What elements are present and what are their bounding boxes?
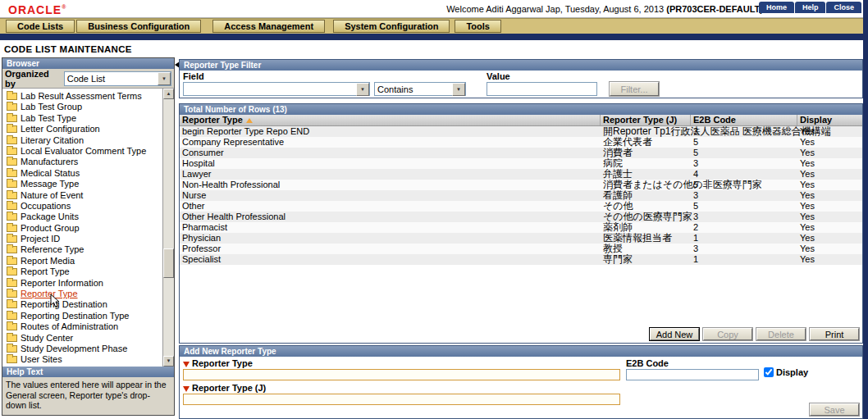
browser-panel-header: Browser bbox=[2, 58, 174, 69]
tree-item-reporting-destination-type[interactable]: Reporting Destination Type bbox=[2, 311, 162, 321]
column-header-reporter-type-j[interactable]: Reporter Type (J) bbox=[601, 115, 691, 125]
folder-icon bbox=[7, 225, 17, 232]
filter-value-input[interactable] bbox=[487, 82, 597, 96]
tree-item-lab-result-assessment-terms[interactable]: Lab Result Assessment Terms bbox=[2, 91, 162, 102]
tree-item-routes-of-administration[interactable]: Routes of Administration bbox=[2, 321, 162, 332]
menu-tools[interactable]: Tools bbox=[455, 20, 501, 33]
cell-e2b-code: 3 bbox=[691, 126, 797, 137]
folder-icon bbox=[7, 93, 17, 100]
organized-by-select[interactable]: Code List ▼ bbox=[64, 71, 171, 86]
value-label: Value bbox=[487, 71, 510, 81]
dropdown-arrow-icon: ▼ bbox=[158, 72, 171, 85]
folder-icon bbox=[7, 335, 17, 342]
cell-reporter-type: Other bbox=[180, 201, 601, 212]
scrollbar-thumb[interactable] bbox=[163, 248, 174, 278]
table-row[interactable]: begin Reporter Type Repo END 開Reporter T… bbox=[180, 126, 862, 137]
tree-item-manufacturers[interactable]: Manufacturers bbox=[2, 157, 162, 167]
cell-reporter-type: Other Health Professional bbox=[180, 212, 601, 222]
table-row[interactable]: Physician 医薬情報担当者 1 Yes bbox=[180, 233, 862, 244]
table-empty-area bbox=[180, 265, 862, 326]
operator-select[interactable]: Contains ▼ bbox=[374, 82, 466, 96]
tree-item-report-type[interactable]: Report Type bbox=[2, 266, 162, 277]
scroll-up-arrow-icon[interactable]: ▲ bbox=[163, 89, 174, 99]
field-label: Field bbox=[183, 71, 204, 81]
main-panel: Reporter Type Filter Field Value ▼ Conta… bbox=[179, 59, 863, 419]
column-header-display[interactable]: Display bbox=[797, 115, 862, 125]
tree-item-medical-status[interactable]: Medical Status bbox=[2, 168, 162, 179]
tree-items: Lab Result Assessment Terms Lab Test Gro… bbox=[2, 89, 162, 367]
table-rows: begin Reporter Type Repo END 開Reporter T… bbox=[180, 126, 862, 265]
filter-body: Field Value ▼ Contains ▼ Filter... bbox=[180, 71, 862, 98]
menu-access-management[interactable]: Access Management bbox=[212, 20, 325, 33]
save-button: Save bbox=[810, 403, 859, 416]
close-button[interactable]: Close bbox=[826, 2, 861, 13]
table-row[interactable]: Pharmacist 薬剤師 2 Yes bbox=[180, 222, 862, 233]
tree-item-reference-type[interactable]: Reference Type bbox=[2, 244, 162, 255]
tree-item-package-units[interactable]: Package Units bbox=[2, 212, 162, 222]
folder-icon bbox=[7, 180, 17, 188]
scroll-down-arrow-icon[interactable]: ▼ bbox=[163, 356, 174, 367]
reporter-type-label: Reporter Type bbox=[192, 358, 253, 368]
print-button[interactable]: Print bbox=[810, 328, 859, 340]
browser-panel: Browser Organized by Code List ▼ Lab Res… bbox=[2, 57, 175, 416]
delete-button: Delete bbox=[756, 328, 806, 340]
column-header-e2b-code[interactable]: E2B Code bbox=[691, 115, 797, 125]
code-list-tree: Lab Result Assessment Terms Lab Test Gro… bbox=[2, 89, 174, 367]
cell-reporter-type-j: 専門家 bbox=[601, 254, 691, 265]
table-row[interactable]: Other Health Professional その他の医療専門家 3 Ye… bbox=[180, 212, 862, 222]
cell-display: Yes bbox=[797, 233, 862, 244]
menu-system-configuration[interactable]: System Configuration bbox=[333, 20, 450, 33]
e2b-code-input[interactable] bbox=[626, 369, 759, 380]
display-checkbox[interactable] bbox=[764, 367, 774, 377]
folder-icon bbox=[7, 290, 17, 298]
dropdown-arrow-icon: ▼ bbox=[452, 83, 465, 96]
folder-icon bbox=[7, 235, 17, 243]
add-new-reporter-type-section: Add New Reporter Type Reporter Type E2B … bbox=[179, 345, 863, 419]
tree-item-letter-configuration[interactable]: Letter Configuration bbox=[2, 124, 162, 134]
tree-item-report-media[interactable]: Report Media bbox=[2, 256, 162, 266]
tree-item-study-center[interactable]: Study Center bbox=[2, 333, 162, 344]
field-select[interactable]: ▼ bbox=[183, 82, 370, 96]
tree-item-message-type[interactable]: Message Type bbox=[2, 179, 162, 189]
table-row[interactable]: Professor 教授 3 Yes bbox=[180, 244, 862, 254]
table-row[interactable]: Consumer 消費者 5 Yes bbox=[180, 148, 862, 158]
tree-item-product-group[interactable]: Product Group bbox=[2, 223, 162, 234]
folder-icon bbox=[7, 137, 17, 144]
tree-item-reporter-type[interactable]: Reporter Type bbox=[2, 289, 162, 299]
table-row[interactable]: Company Representative 企業代表者 5 Yes bbox=[180, 137, 862, 148]
cell-display: Yes bbox=[797, 254, 862, 265]
tree-item-nature-of-event[interactable]: Nature of Event bbox=[2, 190, 162, 201]
table-row[interactable]: Nurse 看護師 3 Yes bbox=[180, 190, 862, 201]
help-button[interactable]: Help bbox=[795, 2, 826, 13]
reporter-type-j-input[interactable] bbox=[183, 394, 620, 405]
tree-item-project-id[interactable]: Project ID bbox=[2, 234, 162, 244]
organized-by-row: Organized by Code List ▼ bbox=[2, 69, 174, 89]
table-row[interactable]: Other その他 5 Yes bbox=[180, 201, 862, 212]
column-header-reporter-type[interactable]: Reporter Type bbox=[180, 115, 601, 125]
tree-item-user-sites[interactable]: User Sites bbox=[2, 354, 162, 365]
table-row[interactable]: Hospital 病院 3 Yes bbox=[180, 158, 862, 169]
menu-business-configuration[interactable]: Business Configuration bbox=[76, 20, 201, 33]
reporter-type-table-section: Total Number of Rows (13) Reporter Type … bbox=[179, 103, 863, 344]
cell-e2b-code: 3 bbox=[691, 244, 797, 254]
cell-display: Yes bbox=[797, 169, 862, 180]
menu-code-lists[interactable]: Code Lists bbox=[6, 20, 75, 33]
table-row[interactable]: Specialist 専門家 1 Yes bbox=[180, 254, 862, 265]
tree-item-local-evaluator-comment-type[interactable]: Local Evaluator Comment Type bbox=[2, 146, 162, 157]
reporter-type-input[interactable] bbox=[183, 369, 620, 380]
tree-item-lab-test-type[interactable]: Lab Test Type bbox=[2, 113, 162, 124]
reporter-type-j-label: Reporter Type (J) bbox=[192, 383, 266, 393]
add-new-button[interactable]: Add New bbox=[650, 328, 699, 340]
top-bar: ORACLE® Welcome Aditi Aggarwal Jap, Tues… bbox=[0, 0, 868, 18]
tree-item-reporter-information[interactable]: Reporter Information bbox=[2, 278, 162, 289]
tree-item-study-development-phase[interactable]: Study Development Phase bbox=[2, 344, 162, 354]
table-row[interactable]: Non-Health Professional 消費者またはその他の非医療専門家… bbox=[180, 180, 862, 190]
help-text-body: The values entered here will appear in t… bbox=[2, 377, 174, 415]
home-button[interactable]: Home bbox=[759, 2, 794, 13]
tree-item-lab-test-group[interactable]: Lab Test Group bbox=[2, 102, 162, 112]
cell-e2b-code: 5 bbox=[691, 201, 797, 212]
tree-item-occupations[interactable]: Occupations bbox=[2, 201, 162, 212]
tree-item-literary-citation[interactable]: Literary Citation bbox=[2, 135, 162, 146]
cell-display: Yes bbox=[797, 201, 862, 212]
tree-item-reporting-destination[interactable]: Reporting Destination bbox=[2, 299, 162, 310]
